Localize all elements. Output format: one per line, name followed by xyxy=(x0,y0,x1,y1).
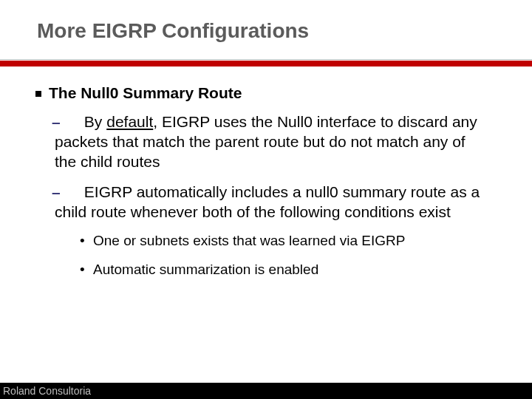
dash-bullet-icon: – xyxy=(52,183,61,202)
sub1-lead: By xyxy=(84,113,103,130)
footer-text: Roland Consultoria xyxy=(3,385,91,397)
sub-point-1: – By default, EIGRP uses the Null0 inter… xyxy=(55,112,488,172)
body-content: The Null0 Summary Route – By default, EI… xyxy=(35,84,488,290)
page-title: More EIGRP Configurations xyxy=(37,19,309,43)
divider-red xyxy=(0,61,532,66)
slide: More EIGRP Configurations The Null0 Summ… xyxy=(0,0,532,399)
section-heading: The Null0 Summary Route xyxy=(35,84,488,102)
dot-point-1: One or subnets exists that was learned v… xyxy=(80,232,488,250)
sub-point-2: – EIGRP automatically includes a null0 s… xyxy=(55,183,488,222)
dot-point-2: Automatic summarization is enabled xyxy=(80,261,488,279)
dash-bullet-icon: – xyxy=(52,112,61,132)
divider-top xyxy=(0,59,532,60)
sub2-text: EIGRP automatically includes a null0 sum… xyxy=(55,183,480,220)
square-bullet-icon xyxy=(35,91,41,97)
sub1-underlined: default xyxy=(106,113,153,130)
section-heading-text: The Null0 Summary Route xyxy=(49,84,242,101)
